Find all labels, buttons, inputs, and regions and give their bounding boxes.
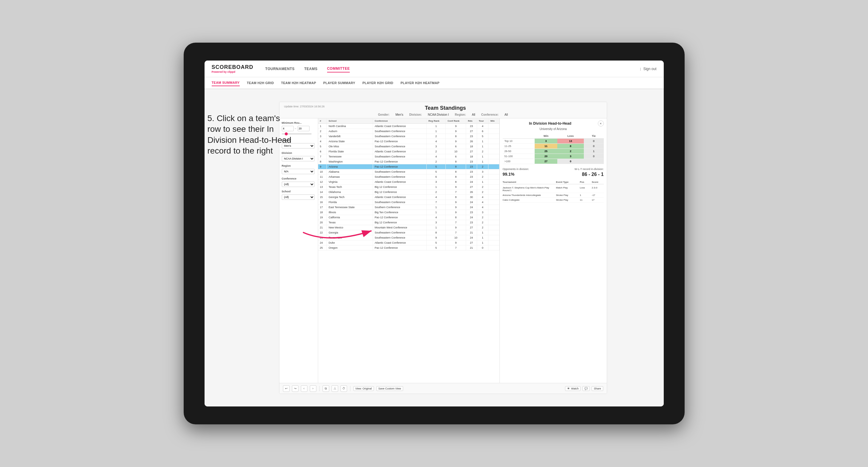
back-button[interactable]: ‹ <box>301 385 307 392</box>
opponents-label: Opponents in division: <box>503 167 529 170</box>
undo-button[interactable]: ↩ <box>283 385 289 392</box>
watch-button[interactable]: 👁 Watch <box>565 386 581 391</box>
cell-conf-rank: 8 <box>446 195 466 200</box>
table-row[interactable]: 13 Texas Tech Big 12 Conference 1 9 27 2 <box>318 185 499 190</box>
h2h-loss-cell: 8 <box>557 144 584 149</box>
tournament-pos: 1 <box>580 194 592 196</box>
nav-teams[interactable]: TEAMS <box>304 66 317 72</box>
table-row[interactable]: 11 Arkansas Southeastern Conference 6 8 … <box>318 175 499 180</box>
sub-nav-team-summary[interactable]: TEAM SUMMARY <box>212 80 240 86</box>
h2h-range-label: 11-25 <box>503 144 535 149</box>
division-select[interactable]: NCAA Division I <box>282 156 315 161</box>
sign-out-link[interactable]: Sign out <box>643 67 656 71</box>
main-panel: Update time: 27/03/2024 16:56:26 Team St… <box>279 102 607 394</box>
cell-conf-rank: 9 <box>446 240 466 245</box>
table-row[interactable]: 18 Illinois Big Ten Conference 1 9 23 3 <box>318 210 499 215</box>
cell-school: Texas A&M <box>327 235 373 240</box>
sub-nav-player-h2h-grid[interactable]: PLAYER H2H GRID <box>362 80 393 86</box>
cell-rank: 9 <box>318 164 327 169</box>
tournament-event-type: Stroke Play <box>556 194 580 196</box>
table-row[interactable]: 23 Texas A&M Southeastern Conference 9 1… <box>318 235 499 240</box>
cell-conference: Atlantic Coast Conference <box>373 149 426 154</box>
copy-button[interactable]: ⧉ <box>322 385 329 392</box>
table-row[interactable]: 25 Oregon Pac-12 Conference 5 7 21 0 <box>318 245 499 250</box>
table-row[interactable]: 5 Ole Miss Southeastern Conference 3 6 1… <box>318 144 499 149</box>
comment-button[interactable]: 💬 <box>582 386 590 391</box>
h2h-loss-cell: 13 <box>557 139 584 144</box>
cell-tour: 4 <box>477 195 488 200</box>
table-row[interactable]: 15 Georgia Tech Atlantic Coast Conferenc… <box>318 195 499 200</box>
table-row[interactable]: 12 Virginia Atlantic Coast Conference 3 … <box>318 180 499 185</box>
cell-conf-rank: 8 <box>446 164 466 169</box>
table-row[interactable]: 16 Florida Southeastern Conference 7 9 2… <box>318 200 499 205</box>
cell-win <box>488 245 499 250</box>
nav-committee[interactable]: COMMITTEE <box>327 65 350 72</box>
table-row[interactable]: 19 California Pac-12 Conference 4 8 24 2 <box>318 215 499 220</box>
cell-reg-rank: 5 <box>426 240 445 245</box>
school-select[interactable]: (All) <box>282 194 315 200</box>
table-row[interactable]: 8 Washington Pac-12 Conference 2 8 23 1 <box>318 159 499 164</box>
table-row[interactable]: 14 Oklahoma Big 12 Conference 2 7 26 2 <box>318 190 499 195</box>
h2h-tie-cell: 1 <box>584 149 604 154</box>
h2h-close-button[interactable]: × <box>598 121 604 126</box>
cell-school: Vanderbilt <box>327 134 373 139</box>
cell-school: East Tennessee State <box>327 205 373 210</box>
cell-tour: 6 <box>477 129 488 134</box>
share-button[interactable]: Share <box>592 386 603 391</box>
cell-rds: 21 <box>466 230 477 235</box>
sub-nav-team-h2h-grid[interactable]: TEAM H2H GRID <box>247 80 274 86</box>
redo-button[interactable]: ↪ <box>292 385 299 392</box>
sub-nav-player-summary[interactable]: PLAYER SUMMARY <box>323 80 355 86</box>
table-row[interactable]: 21 New Mexico Mountain West Conference 1… <box>318 225 499 230</box>
region-select[interactable]: N/A <box>282 169 315 174</box>
max-rounds-input[interactable] <box>298 126 310 131</box>
table-row[interactable]: 6 Florida State Atlantic Coast Conferenc… <box>318 149 499 154</box>
sub-nav-player-h2h-heatmap[interactable]: PLAYER H2H HEATMAP <box>400 80 439 86</box>
table-row[interactable]: 3 Vanderbilt Southeastern Conference 2 8… <box>318 134 499 139</box>
tournament-row[interactable]: Jackson T. Stephens Cup Men's Match-Play… <box>503 186 604 193</box>
update-time: Update time: 27/03/2024 16:56:26 <box>284 105 325 108</box>
cell-rank: 16 <box>318 200 327 205</box>
cell-conf-rank: 9 <box>446 225 466 230</box>
cell-rds: 24 <box>466 235 477 240</box>
table-row[interactable]: 17 East Tennessee State Southern Confere… <box>318 205 499 210</box>
cell-rds: 23 <box>466 159 477 164</box>
table-row[interactable]: 2 Auburn Southeastern Conference 1 9 27 … <box>318 129 499 134</box>
table-row[interactable]: 20 Texas Big 12 Conference 3 7 23 2 <box>318 220 499 225</box>
paste-button[interactable]: ⧊ <box>332 385 338 392</box>
cell-reg-rank: 7 <box>426 200 445 205</box>
table-row[interactable]: 7 Tennessee Southeastern Conference 4 6 … <box>318 154 499 159</box>
conference-select[interactable]: (All) <box>282 182 315 187</box>
standings-table: # School Conference Reg Rank Conf Rank R… <box>318 118 499 250</box>
table-row[interactable]: 10 Alabama Southeastern Conference 5 8 2… <box>318 169 499 175</box>
table-row[interactable]: 9 Arizona Pac-12 Conference 5 8 23 2 <box>318 164 499 169</box>
table-row[interactable]: 4 Arizona State Pac-12 Conference 4 9 26… <box>318 139 499 144</box>
cell-school: New Mexico <box>327 225 373 230</box>
cell-tour: 2 <box>477 220 488 225</box>
tournament-row[interactable]: Arizona Thunderbirds Intercollegiate Str… <box>503 193 604 198</box>
cell-tour: 2 <box>477 190 488 195</box>
sub-nav-team-h2h-heatmap[interactable]: TEAM H2H HEATMAP <box>281 80 316 86</box>
h2h-range-label: 26-50 <box>503 149 535 154</box>
rounds-slider[interactable] <box>282 133 312 134</box>
opponents-percentage: 99.1% <box>503 172 515 177</box>
table-row[interactable]: 22 Georgia Southeastern Conference 8 7 2… <box>318 230 499 235</box>
table-row[interactable]: 24 Duke Atlantic Coast Conference 5 9 27… <box>318 240 499 245</box>
forward-button[interactable]: › <box>310 385 316 392</box>
view-original-button[interactable]: View: Original <box>353 386 374 391</box>
cell-rank: 25 <box>318 245 327 250</box>
cell-conf-rank: 7 <box>446 230 466 235</box>
save-custom-view-button[interactable]: Save Custom View <box>376 386 403 391</box>
nav-tournaments[interactable]: TOURNAMENTS <box>266 66 295 72</box>
cell-rank: 23 <box>318 235 327 240</box>
tournament-row[interactable]: Cabo Collegiate Stroke Play 11 17 <box>503 198 604 203</box>
cell-conf-rank: 8 <box>446 215 466 220</box>
logo-sub: Powered by clippd <box>212 70 253 73</box>
cell-rank: 6 <box>318 149 327 154</box>
clock-button[interactable]: ⏱ <box>341 385 347 392</box>
table-row[interactable]: 1 North Carolina Atlantic Coast Conferen… <box>318 124 499 129</box>
left-sidebar: Minimum Rou... – <box>279 118 318 383</box>
cell-tour: 1 <box>477 235 488 240</box>
cell-tour: 2 <box>477 149 488 154</box>
cell-win <box>488 134 499 139</box>
